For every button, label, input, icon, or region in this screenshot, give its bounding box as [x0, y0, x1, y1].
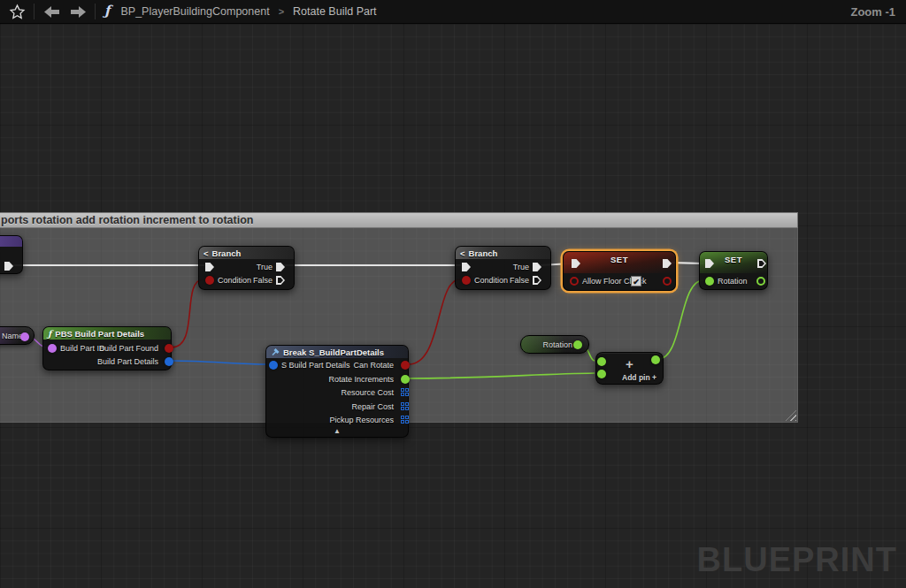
rotate-increments-label: Rotate Increments: [328, 375, 394, 384]
toolbar-separator: [34, 4, 35, 19]
collapse-pins-arrow[interactable]: ▲: [266, 427, 408, 436]
breadcrumb-chevron-icon: >: [277, 6, 286, 17]
exec-in-pin[interactable]: [705, 259, 714, 268]
partial-node-header: [0, 236, 22, 247]
can-rotate-label: Can Rotate: [353, 361, 394, 370]
resource-cost-pin[interactable]: [401, 388, 409, 396]
s-build-part-details-label: S Build Part Details: [281, 361, 350, 370]
exec-in-pin[interactable]: [205, 263, 214, 271]
build-part-id-label: Build Part ID: [60, 344, 105, 353]
branch-node-1[interactable]: < Branch True Condition False: [198, 246, 295, 290]
build-part-id-pin[interactable]: [48, 344, 57, 353]
build-part-details-label: Build Part Details: [97, 357, 158, 366]
condition-pin[interactable]: [205, 276, 214, 285]
function-icon: ƒ: [103, 3, 113, 20]
add-output-pin[interactable]: [651, 355, 660, 364]
checkmark-icon: ✔: [633, 278, 640, 286]
branch-icon: <: [460, 248, 465, 258]
false-out-pin[interactable]: [276, 276, 285, 285]
rotation-getter-node[interactable]: Rotation: [520, 335, 589, 354]
add-input-a-pin[interactable]: [597, 357, 606, 366]
branch-title: Branch: [212, 248, 242, 258]
true-label: True: [257, 263, 273, 271]
back-arrow-icon: [44, 6, 59, 18]
name-getter-out-pin[interactable]: [20, 332, 29, 341]
star-icon: [9, 4, 26, 20]
false-label: False: [253, 276, 273, 285]
comment-resize-handle[interactable]: [786, 410, 796, 421]
set-rotation-node[interactable]: SET Rotation: [699, 251, 768, 290]
add-input-b-pin[interactable]: [597, 370, 606, 378]
rotation-label: Rotation: [718, 277, 748, 286]
condition-pin[interactable]: [462, 276, 471, 285]
break-buildpartdetails-node[interactable]: Break S_BuildPartDetails S Build Part De…: [265, 345, 409, 438]
pickup-resources-pin[interactable]: [401, 416, 409, 424]
pbs-title: PBS Build Part Details: [55, 329, 144, 339]
rotate-increments-pin[interactable]: [401, 375, 410, 384]
add-pin-button[interactable]: Add pin +: [622, 373, 656, 382]
name-getter-node[interactable]: Name: [0, 326, 35, 345]
partial-node-left-edge[interactable]: [0, 235, 23, 274]
build-part-found-label: Build Part Found: [99, 344, 158, 353]
rotation-in-pin[interactable]: [705, 277, 714, 286]
pickup-resources-label: Pickup Resources: [329, 416, 394, 424]
forward-arrow-icon: [71, 6, 86, 18]
breadcrumb-toolbar: ƒ BP_PlayerBuildingComponent > Rotate Bu…: [0, 0, 906, 24]
condition-label: Condition: [218, 276, 251, 285]
rotation-out-pin[interactable]: [756, 277, 765, 286]
breadcrumb-blueprint-name[interactable]: BP_PlayerBuildingComponent: [120, 5, 269, 18]
repair-cost-label: Repair Cost: [351, 402, 394, 411]
plus-icon: +: [652, 373, 656, 382]
forward-button[interactable]: [68, 2, 88, 21]
condition-label: Condition: [474, 276, 508, 285]
exec-in-pin[interactable]: [462, 263, 471, 271]
s-build-part-details-pin[interactable]: [269, 361, 278, 370]
exec-out-pin[interactable]: [663, 259, 672, 268]
true-label: True: [513, 263, 529, 271]
branch-title: Branch: [469, 248, 498, 258]
back-button[interactable]: [42, 2, 61, 21]
blueprint-editor: BLUEPRINT ports rotation add rotation in…: [0, 0, 906, 588]
break-title: Break S_BuildPartDetails: [283, 347, 384, 357]
add-node[interactable]: + Add pin +: [595, 352, 664, 385]
set-allow-floor-check-node[interactable]: SET Allow Floor Check ✔: [563, 251, 676, 291]
function-icon: ƒ: [48, 329, 51, 339]
favorite-star-button[interactable]: [7, 2, 27, 21]
branch-icon: <: [203, 248, 209, 258]
exec-out-pin[interactable]: [4, 262, 13, 271]
blueprint-watermark: BLUEPRINT: [697, 541, 897, 579]
repair-cost-pin[interactable]: [401, 402, 409, 410]
allow-floor-check-out-pin[interactable]: [663, 277, 672, 286]
breadcrumb-function-name[interactable]: Rotate Build Part: [293, 5, 377, 18]
rotation-getter-out-pin[interactable]: [573, 340, 582, 349]
toolbar-separator: [95, 4, 96, 19]
allow-floor-check-checkbox[interactable]: ✔: [631, 276, 641, 286]
build-part-found-pin[interactable]: [165, 344, 173, 353]
exec-out-pin[interactable]: [757, 259, 766, 268]
branch-node-2[interactable]: < Branch True Condition False: [455, 246, 551, 290]
break-struct-icon: [271, 347, 280, 356]
exec-in-pin[interactable]: [572, 259, 580, 268]
comment-title-bar[interactable]: ports rotation add rotation increment to…: [0, 212, 798, 228]
true-out-pin[interactable]: [276, 263, 285, 271]
build-part-details-pin[interactable]: [165, 357, 173, 366]
allow-floor-check-in-pin[interactable]: [570, 277, 579, 286]
zoom-level-indicator: Zoom -1: [850, 5, 895, 19]
false-out-pin[interactable]: [533, 276, 541, 285]
resource-cost-label: Resource Cost: [341, 388, 394, 397]
false-label: False: [510, 276, 529, 285]
true-out-pin[interactable]: [533, 263, 541, 271]
can-rotate-pin[interactable]: [401, 361, 410, 370]
pbs-build-part-details-node[interactable]: ƒ PBS Build Part Details Build Part ID B…: [42, 326, 172, 370]
rotation-getter-label: Rotation: [542, 340, 572, 349]
